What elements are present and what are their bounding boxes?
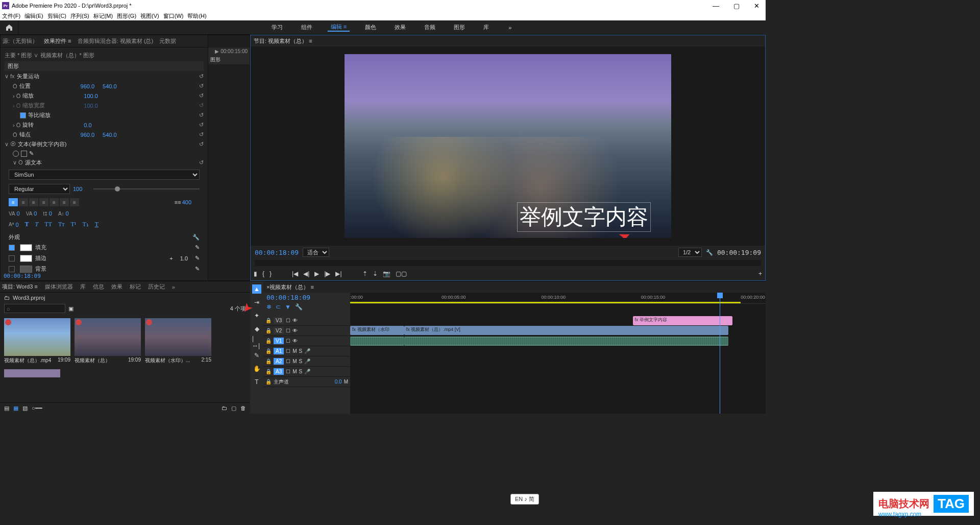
tab-markers[interactable]: 标记 — [130, 283, 141, 291]
font-family-select[interactable]: SimSun — [9, 170, 200, 180]
subscript[interactable]: T₁ — [82, 221, 88, 228]
track-a1[interactable]: A1 — [274, 348, 284, 354]
track-v2[interactable]: V2 — [274, 327, 284, 334]
menu-view[interactable]: 视图(V) — [140, 12, 159, 20]
extract-icon[interactable]: ⇣ — [373, 270, 378, 277]
anchor-x[interactable]: 960.0 — [81, 132, 95, 138]
mark-in-icon[interactable]: ▮ — [254, 270, 257, 277]
ws-audio[interactable]: 音频 — [421, 23, 438, 31]
project-search[interactable] — [4, 304, 65, 313]
font-style-select[interactable]: Regular — [9, 184, 70, 194]
wrench-icon[interactable]: 🔧 — [295, 303, 303, 311]
stroke-check[interactable] — [9, 255, 15, 261]
program-ruler[interactable] — [255, 260, 761, 266]
align-justify-last-right[interactable]: ≡ — [70, 198, 79, 206]
baseline[interactable]: 0 — [49, 210, 52, 217]
tab-project[interactable]: 项目: Word3 ≡ — [2, 283, 38, 291]
menu-help[interactable]: 帮助(H) — [187, 12, 206, 20]
stroke-swatch[interactable] — [20, 255, 32, 262]
small-caps[interactable]: Tт — [58, 221, 65, 228]
font-size-slider[interactable] — [115, 186, 120, 192]
position-y[interactable]: 540.0 — [103, 83, 117, 89]
anchor-y[interactable]: 540.0 — [103, 132, 117, 138]
ws-libraries[interactable]: 库 — [480, 23, 492, 31]
settings-icon[interactable]: 🔧 — [706, 249, 713, 256]
ws-learn[interactable]: 学习 — [268, 23, 286, 31]
eyedropper-icon[interactable]: ✎ — [195, 244, 200, 251]
close-button[interactable]: ✕ — [750, 2, 764, 10]
bin-filter-icon[interactable]: ▣ — [68, 305, 74, 312]
ws-assembly[interactable]: 组件 — [298, 23, 315, 31]
slip-tool[interactable]: |↔| — [252, 338, 261, 347]
stroke-width[interactable]: 1.0 — [180, 255, 188, 261]
pen-icon[interactable]: ✎ — [29, 150, 34, 157]
kern[interactable]: 0 — [15, 222, 18, 228]
shadow-check[interactable] — [9, 266, 15, 272]
maximize-button[interactable]: ▢ — [729, 2, 744, 10]
uniform-scale-check[interactable] — [20, 112, 26, 118]
ws-editing[interactable]: 编辑 ≡ — [328, 23, 350, 32]
timeline-timecode[interactable]: 00:00:18:09 — [266, 294, 310, 301]
clip-graphic[interactable]: fx 举例文字内容 — [633, 316, 732, 325]
align-justify-last-left[interactable]: ≡ — [50, 198, 59, 206]
snap-icon[interactable]: ❄ — [266, 303, 272, 311]
vector-motion-label[interactable]: 矢量运动 — [17, 73, 78, 80]
track-a3[interactable]: A3 — [274, 368, 284, 375]
tab-effects[interactable]: 效果 — [111, 283, 122, 291]
project-item[interactable]: 视频素材（总）.mp419:09 — [4, 318, 70, 365]
fill-swatch[interactable] — [20, 244, 32, 251]
tab-metadata[interactable]: 元数据 — [159, 37, 176, 45]
tab-audio-mixer[interactable]: 音频剪辑混合器: 视频素材 (总) — [78, 37, 154, 45]
program-video[interactable]: 举例文字内容 ➤ — [251, 46, 765, 246]
mark-out-icon[interactable]: } — [270, 270, 272, 277]
menu-sequence[interactable]: 序列(S) — [70, 12, 89, 20]
zoom-slider[interactable]: ○━━ — [32, 405, 42, 412]
list-view-icon[interactable]: ▤ — [4, 405, 9, 412]
delete-icon[interactable]: 🗑 — [240, 405, 246, 412]
project-item[interactable] — [4, 369, 70, 377]
va1[interactable]: 0 — [17, 210, 20, 217]
menu-clip[interactable]: 剪辑(C) — [47, 12, 66, 20]
rotation-val[interactable]: 0.0 — [84, 122, 91, 128]
go-to-in-icon[interactable]: |◀ — [292, 270, 298, 277]
underline[interactable]: T — [95, 221, 99, 228]
ws-graphics[interactable]: 图形 — [451, 23, 468, 31]
track-v3[interactable]: V3 — [274, 317, 284, 324]
tab-libraries[interactable]: 库 — [80, 283, 86, 291]
lift-icon[interactable]: ⇡ — [362, 270, 368, 277]
new-item-icon[interactable]: ▢ — [231, 405, 236, 412]
faux-italic[interactable]: T — [35, 221, 39, 228]
step-fwd-icon[interactable]: |▶ — [324, 270, 330, 277]
tab-source[interactable]: 源:（无剪辑） — [3, 37, 38, 45]
superscript[interactable]: T¹ — [70, 221, 76, 228]
text-layer-label[interactable]: 文本(举例文字内容) — [18, 140, 79, 148]
font-size[interactable]: 100 — [73, 186, 82, 192]
faux-bold[interactable]: T — [25, 221, 29, 228]
clip-video2[interactable]: fx 视频素材（总）.mp4 [V] — [404, 326, 728, 335]
program-timecode[interactable]: 00:00:18:09 — [255, 249, 299, 256]
master-track[interactable]: 主声道 — [274, 378, 289, 386]
tab-media-browser[interactable]: 媒体浏览器 — [45, 283, 73, 291]
ws-overflow[interactable]: » — [504, 25, 516, 31]
zoom-select[interactable]: 1/2 — [678, 248, 702, 257]
ec-timecode[interactable]: 00:00:18:09 — [4, 273, 41, 279]
menu-markers[interactable]: 标记(M) — [93, 12, 113, 20]
align-justify-last-center[interactable]: ≡ — [60, 198, 69, 206]
shadow-swatch[interactable] — [20, 266, 32, 273]
compare-icon[interactable]: ▢▢ — [396, 270, 407, 277]
selection-tool[interactable]: ▲ — [252, 284, 261, 294]
icon-view-icon[interactable]: ▦ — [13, 405, 18, 412]
text-overlay[interactable]: 举例文字内容 — [517, 202, 651, 232]
scale-val[interactable]: 100.0 — [84, 93, 98, 99]
pen-tool[interactable]: ✎ — [252, 351, 261, 360]
home-button[interactable] — [0, 20, 18, 34]
reset-icon[interactable]: ↺ — [199, 73, 204, 80]
track-a2[interactable]: A2 — [274, 358, 284, 365]
position-x[interactable]: 960.0 — [81, 83, 95, 89]
timeline-tracks[interactable]: :00:00 00:00:05:00 00:00:10:00 00:00:15:… — [350, 293, 766, 414]
fill-check[interactable] — [9, 245, 15, 251]
clip-audio2[interactable] — [404, 337, 728, 346]
add-stroke-icon[interactable]: + — [169, 255, 173, 261]
tab-effect-controls[interactable]: 效果控件 ≡ — [44, 37, 71, 45]
tab-info[interactable]: 信息 — [93, 283, 104, 291]
